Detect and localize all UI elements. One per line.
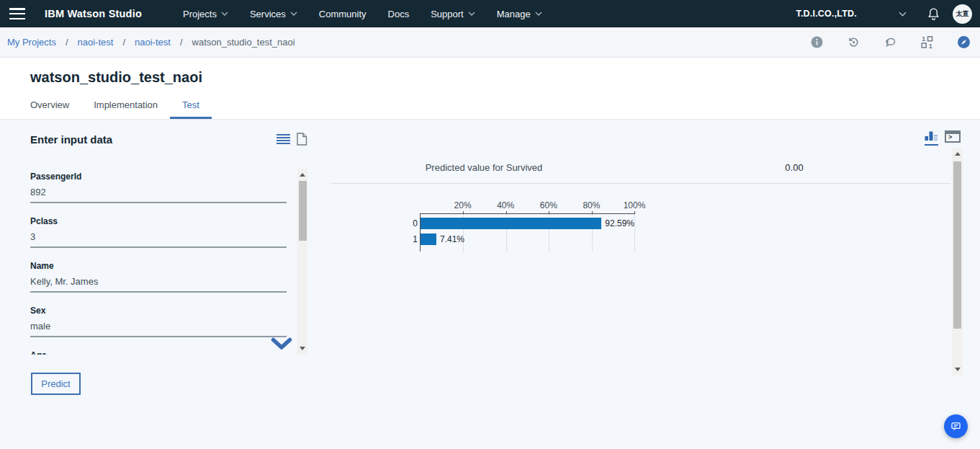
form-scrollbar[interactable] bbox=[297, 169, 307, 355]
predict-button[interactable]: Predict bbox=[31, 373, 81, 395]
chat-bubble-icon bbox=[950, 420, 962, 432]
tab-overview[interactable]: Overview bbox=[18, 95, 81, 119]
results-view-toggles: > bbox=[925, 130, 961, 146]
avatar-initials: 太直 bbox=[956, 9, 969, 19]
field-label: Sex bbox=[30, 306, 287, 316]
probability-bar bbox=[421, 218, 601, 229]
notifications-bell-icon[interactable] bbox=[927, 7, 940, 21]
chart-bar-row: 1 7.41% bbox=[421, 234, 634, 245]
field-label: PassengerId bbox=[30, 172, 287, 182]
watson-studio-app: IBM Watson Studio Projects Services Comm… bbox=[0, 0, 980, 449]
category-label: 1 bbox=[410, 234, 418, 244]
top-navigation-bar: IBM Watson Studio Projects Services Comm… bbox=[0, 0, 980, 27]
hamburger-menu-icon[interactable] bbox=[9, 8, 25, 19]
chart-plot: 0 92.59% 1 7.41% bbox=[420, 213, 634, 252]
field-age: Age bbox=[30, 351, 287, 355]
test-tab-content: Enter input data PassengerId 892 Pclass bbox=[0, 120, 980, 448]
nav-item-services[interactable]: Services bbox=[250, 9, 297, 19]
breadcrumb-link-my-projects[interactable]: My Projects bbox=[7, 37, 56, 48]
field-pclass: Pclass 3 bbox=[30, 217, 287, 248]
breadcrumb-separator: / bbox=[122, 37, 125, 48]
comments-icon[interactable] bbox=[884, 36, 896, 48]
scroll-up-arrow[interactable] bbox=[955, 152, 961, 156]
nav-item-docs[interactable]: Docs bbox=[388, 9, 410, 19]
bar-value-label: 7.41% bbox=[440, 234, 464, 244]
form-scroll-area: PassengerId 892 Pclass 3 Name Kelly, Mr.… bbox=[30, 169, 307, 355]
form-fields: PassengerId 892 Pclass 3 Name Kelly, Mr.… bbox=[30, 169, 287, 355]
nav-item-community[interactable]: Community bbox=[319, 9, 367, 19]
field-label: Age bbox=[30, 351, 287, 355]
predicted-value: 0.00 bbox=[785, 162, 803, 173]
breadcrumb-link-model[interactable]: naoi-test bbox=[135, 37, 171, 48]
expand-chevron-down-icon[interactable] bbox=[271, 337, 292, 353]
field-label: Pclass bbox=[30, 217, 287, 226]
prediction-column-header: Predicted value for Survived bbox=[426, 162, 543, 173]
probability-bar bbox=[421, 234, 436, 245]
form-heading: Enter input data bbox=[30, 133, 112, 146]
nav-item-label: Projects bbox=[183, 9, 217, 19]
field-input[interactable]: male bbox=[30, 321, 287, 332]
field-sex: Sex male bbox=[30, 306, 287, 337]
scrollbar-thumb[interactable] bbox=[953, 161, 961, 329]
nav-item-label: Docs bbox=[388, 9, 410, 19]
primary-nav: Projects Services Community Docs Support… bbox=[183, 9, 542, 19]
field-passengerid: PassengerId 892 bbox=[30, 172, 287, 203]
json-file-icon[interactable] bbox=[296, 133, 307, 146]
scroll-up-arrow[interactable] bbox=[300, 173, 305, 177]
nav-item-manage[interactable]: Manage bbox=[497, 9, 542, 19]
breadcrumb-separator: / bbox=[66, 37, 68, 48]
user-avatar[interactable]: 太直 bbox=[953, 4, 972, 24]
breadcrumb: My Projects / naoi-test / naoi-test / wa… bbox=[7, 37, 295, 48]
info-icon[interactable] bbox=[811, 36, 823, 48]
nav-item-support[interactable]: Support bbox=[431, 9, 475, 19]
tab-test[interactable]: Test bbox=[170, 95, 212, 119]
nav-right-group: T.D.I.CO.,LTD. 太直 bbox=[796, 4, 980, 24]
svg-text:1: 1 bbox=[922, 36, 925, 43]
x-tick-label: 40% bbox=[497, 200, 514, 210]
account-name[interactable]: T.D.I.CO.,LTD. bbox=[796, 9, 857, 19]
field-input[interactable]: Kelly, Mr. James bbox=[30, 277, 287, 287]
binary-data-icon[interactable]: 1 1 bbox=[921, 36, 933, 48]
x-tick-label: 60% bbox=[540, 200, 557, 210]
history-icon[interactable] bbox=[848, 36, 860, 48]
results-scrollbar[interactable] bbox=[952, 148, 963, 375]
svg-text:1: 1 bbox=[929, 43, 932, 48]
field-label: Name bbox=[30, 262, 287, 271]
breadcrumb-separator: / bbox=[180, 37, 183, 48]
nav-item-label: Community bbox=[319, 9, 367, 19]
field-name: Name Kelly, Mr. James bbox=[30, 262, 287, 293]
prediction-results-panel: > Predicted value for Survived 0.00 20% … bbox=[331, 120, 965, 448]
terminal-view-icon[interactable]: > bbox=[945, 130, 961, 143]
compass-icon[interactable] bbox=[958, 36, 970, 48]
chat-support-button[interactable] bbox=[944, 414, 968, 438]
breadcrumb-link-project[interactable]: naoi-test bbox=[78, 37, 114, 48]
nav-item-label: Support bbox=[431, 9, 464, 19]
nav-item-label: Services bbox=[250, 9, 286, 19]
brand-title[interactable]: IBM Watson Studio bbox=[45, 8, 142, 19]
category-label: 0 bbox=[410, 218, 418, 228]
account-chevron-down-icon[interactable] bbox=[899, 12, 907, 17]
tab-bar: Overview Implementation Test bbox=[18, 95, 980, 119]
field-input[interactable]: 892 bbox=[30, 187, 287, 197]
nav-item-label: Manage bbox=[497, 9, 531, 19]
scrollbar-thumb[interactable] bbox=[299, 181, 307, 241]
chevron-down-icon bbox=[535, 12, 542, 16]
page-header: watson_studio_test_naoi Overview Impleme… bbox=[0, 58, 980, 120]
tab-implementation[interactable]: Implementation bbox=[81, 95, 170, 119]
scroll-down-arrow[interactable] bbox=[955, 368, 961, 371]
page-title: watson_studio_test_naoi bbox=[30, 69, 980, 86]
breadcrumb-actions: 1 1 bbox=[811, 36, 970, 48]
form-view-icon[interactable] bbox=[277, 134, 290, 145]
form-header: Enter input data bbox=[30, 133, 307, 146]
chevron-down-icon bbox=[221, 12, 228, 16]
input-view-toggles bbox=[277, 133, 307, 146]
bar-value-label: 92.59% bbox=[605, 218, 634, 228]
chart-view-icon[interactable] bbox=[925, 130, 938, 146]
scroll-down-arrow[interactable] bbox=[300, 347, 305, 350]
breadcrumb-bar: My Projects / naoi-test / naoi-test / wa… bbox=[0, 27, 980, 58]
chart-bar-row: 0 92.59% bbox=[421, 218, 634, 229]
field-input[interactable]: 3 bbox=[30, 232, 287, 242]
nav-item-projects[interactable]: Projects bbox=[183, 9, 228, 19]
chevron-down-icon bbox=[468, 12, 475, 16]
probability-bar-chart: 20% 40% 60% 80% 100% 0 92.59% 1 7.4 bbox=[420, 200, 634, 252]
